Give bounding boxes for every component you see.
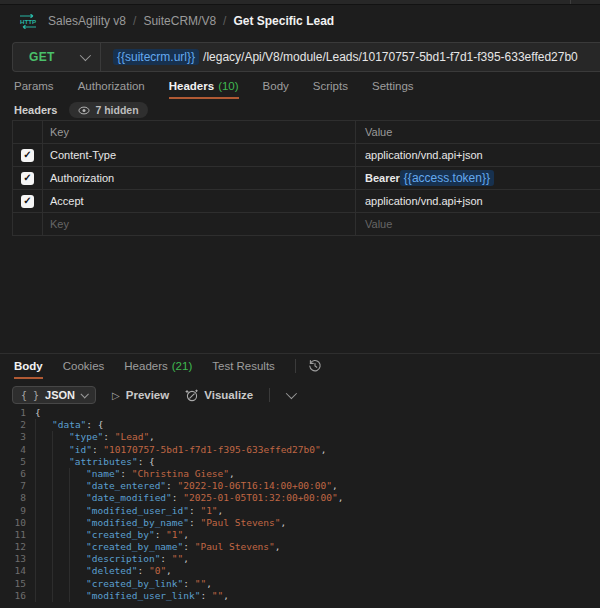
url-input[interactable]: {{suitecrm.url}}/legacy/Api/V8/module/Le… <box>101 43 600 71</box>
json-key: "data" <box>52 419 86 431</box>
request-url-bar: GET {{suitecrm.url}}/legacy/Api/V8/modul… <box>12 42 600 72</box>
json-key: "id" <box>69 444 92 456</box>
history-icon[interactable] <box>308 359 322 373</box>
method-selector[interactable]: GET <box>13 43 101 71</box>
response-tab-headers[interactable]: Headers(21) <box>124 358 192 379</box>
indent-guide <box>52 505 69 517</box>
request-tab-body[interactable]: Body <box>263 78 289 99</box>
json-punctuation: : <box>189 517 200 529</box>
gutter-pad <box>26 431 35 443</box>
code-line: 5"attributes": { <box>0 456 600 468</box>
json-punctuation: , <box>338 492 344 504</box>
response-divider <box>0 353 600 354</box>
preview-button[interactable]: ▷ Preview <box>112 389 169 401</box>
gutter-pad <box>26 492 35 504</box>
json-punctuation: , <box>183 553 189 565</box>
table-header-row: Key Value <box>13 121 600 144</box>
indent-guide <box>52 468 69 480</box>
json-string: "" <box>212 590 223 602</box>
gutter-pad <box>26 444 35 456</box>
response-tab-cookies[interactable]: Cookies <box>63 358 105 379</box>
json-punctuation: : { <box>86 419 103 431</box>
json-key: "modified_user_id" <box>86 505 189 517</box>
json-key: "date_modified" <box>86 492 172 504</box>
url-variable-chip[interactable]: {{suitecrm.url}} <box>113 49 199 65</box>
header-value-cell[interactable]: Bearer {{access.token}} <box>356 167 600 189</box>
json-string: "Lead" <box>115 431 149 443</box>
request-tab-settings[interactable]: Settings <box>372 78 414 99</box>
svg-text:HTTP: HTTP <box>20 17 36 24</box>
request-tab-authorization[interactable]: Authorization <box>78 78 145 99</box>
json-key: "modified_user_link" <box>86 590 200 602</box>
header-value-cell[interactable]: application/vnd.api+json <box>356 144 600 166</box>
response-toolbar: { } JSON ▷ Preview Visualize <box>0 384 600 406</box>
code-line: 15"created_by_link": "", <box>0 578 600 590</box>
header-key-cell[interactable]: Authorization <box>43 167 356 189</box>
visualize-button[interactable]: Visualize <box>185 389 253 402</box>
code-line: 4"id": "10170757-5bd1-f7d1-f395-633effed… <box>0 444 600 456</box>
response-body-json[interactable]: 1{2"data": {3"type": "Lead",4"id": "1017… <box>0 407 600 608</box>
line-number: 13 <box>0 553 26 565</box>
breadcrumb-folder[interactable]: SuiteCRM/V8 <box>143 14 216 28</box>
header-placeholder-row: KeyValue <box>13 213 600 235</box>
checkbox-checked[interactable]: ✓ <box>21 149 34 162</box>
indent-guide <box>35 492 52 504</box>
request-tab-params[interactable]: Params <box>14 78 54 99</box>
key-placeholder-input[interactable]: Key <box>43 213 356 235</box>
line-number: 8 <box>0 492 26 504</box>
line-number: 9 <box>0 505 26 517</box>
tab-label: Test Results <box>212 360 275 372</box>
checkbox-checked[interactable]: ✓ <box>21 172 34 185</box>
header-key-cell[interactable]: Content-Type <box>43 144 356 166</box>
tab-separator <box>570 0 571 4</box>
request-tab-scripts[interactable]: Scripts <box>313 78 348 99</box>
body-format-select[interactable]: { } JSON <box>12 386 96 404</box>
gutter-pad <box>26 578 35 590</box>
indent-guide <box>35 444 52 456</box>
header-key-cell[interactable]: Accept <box>43 190 356 212</box>
gutter-pad <box>26 419 35 431</box>
indent-guide <box>52 565 69 577</box>
more-options-chevron[interactable] <box>286 391 294 399</box>
variable-chip[interactable]: {{access.token}} <box>400 170 494 186</box>
eye-icon <box>78 106 90 115</box>
response-tab-body[interactable]: Body <box>14 358 43 379</box>
indent-guide <box>35 517 52 529</box>
indent-guide <box>69 529 86 541</box>
request-title[interactable]: Get Specific Lead <box>233 14 334 28</box>
breadcrumb-collection[interactable]: SalesAgility v8 <box>48 14 126 28</box>
indent-guide <box>69 590 86 602</box>
indent-guide <box>69 480 86 492</box>
url-path-text: /legacy/Api/V8/module/Leads/10170757-5bd… <box>203 50 578 64</box>
json-string: "1" <box>166 529 183 541</box>
json-punctuation: : <box>155 529 166 541</box>
headers-table: Key Value ✓Content-Typeapplication/vnd.a… <box>12 120 600 236</box>
header-checkbox-cell: ✓ <box>13 167 43 189</box>
json-punctuation: : { <box>138 456 155 468</box>
checkbox-checked[interactable]: ✓ <box>21 195 34 208</box>
json-punctuation: , <box>332 480 338 492</box>
json-punctuation: , <box>229 468 235 480</box>
tab-count: (21) <box>172 360 192 372</box>
header-value-cell[interactable]: application/vnd.api+json <box>356 190 600 212</box>
indent-guide <box>52 480 69 492</box>
json-punctuation: , <box>321 444 327 456</box>
indent-guide <box>52 553 69 565</box>
header-row: ✓Acceptapplication/vnd.api+json <box>13 190 600 213</box>
response-tabs: BodyCookiesHeaders(21)Test Results <box>0 358 600 379</box>
indent-guide <box>35 480 52 492</box>
hidden-headers-toggle[interactable]: 7 hidden <box>69 102 147 118</box>
line-number: 11 <box>0 529 26 541</box>
code-line: 2"data": { <box>0 419 600 431</box>
value-placeholder-input[interactable]: Value <box>356 213 600 235</box>
json-key: "modified_by_name" <box>86 517 189 529</box>
json-punctuation: : <box>189 505 200 517</box>
header-row: ✓AuthorizationBearer {{access.token}} <box>13 167 600 190</box>
response-tab-test-results[interactable]: Test Results <box>212 358 275 379</box>
tab-label: Settings <box>372 80 414 92</box>
json-string: "" <box>195 578 206 590</box>
request-tab-headers[interactable]: Headers(10) <box>169 78 239 99</box>
indent-guide <box>52 444 69 456</box>
key-column-header: Key <box>43 121 356 143</box>
gutter-pad <box>26 505 35 517</box>
